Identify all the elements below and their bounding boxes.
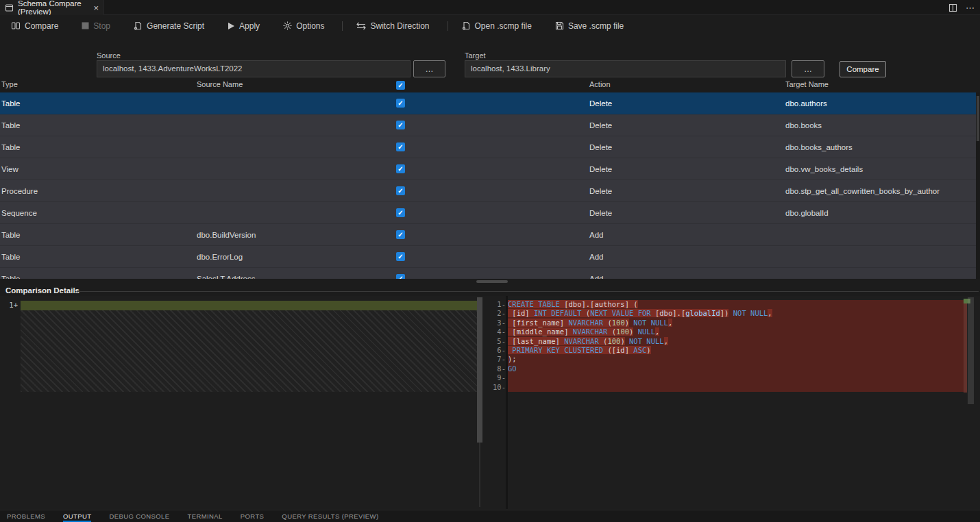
right-editor-scrollbar-thumb[interactable] bbox=[968, 297, 974, 404]
table-row[interactable]: Table✓Deletedbo.books_authors bbox=[0, 136, 976, 158]
target-label: Target bbox=[465, 51, 486, 60]
line-number: 1- bbox=[482, 300, 506, 309]
apply-button[interactable]: Apply bbox=[222, 19, 265, 33]
right-code-area[interactable]: CREATE TABLE [dbo].[authors] ( [id] INT … bbox=[508, 300, 964, 392]
line-number: 6- bbox=[482, 346, 506, 355]
column-header-type[interactable]: Type bbox=[1, 80, 18, 88]
code-token: CREATE TABLE bbox=[508, 300, 564, 308]
row-action: Add bbox=[589, 268, 603, 279]
comparison-details-title: Comparison Details bbox=[5, 286, 79, 295]
save-scmp-button[interactable]: Save .scmp file bbox=[550, 19, 629, 33]
source-input[interactable]: localhost, 1433.AdventureWorksLT2022 bbox=[97, 60, 411, 77]
code-token: [dbo].[authors] ( bbox=[564, 300, 637, 308]
line-number: 10- bbox=[482, 383, 506, 392]
code-line: GO bbox=[508, 364, 964, 373]
row-action: Delete bbox=[589, 136, 612, 158]
script-file-icon bbox=[134, 21, 143, 30]
code-token: ASC bbox=[633, 346, 646, 354]
grid-vertical-scrollbar-thumb[interactable] bbox=[977, 96, 979, 141]
overview-ruler-delete-mark bbox=[964, 303, 967, 393]
grid-body: Table✓Deletedbo.authorsTable✓Deletedbo.b… bbox=[0, 92, 976, 279]
column-header-target-name[interactable]: Target Name bbox=[785, 80, 829, 88]
panel-tab-output[interactable]: OUTPUT bbox=[63, 510, 91, 522]
stop-icon bbox=[82, 22, 89, 29]
header-checkbox[interactable]: ✓ bbox=[396, 81, 405, 90]
panel-tab-ports[interactable]: PORTS bbox=[241, 510, 265, 522]
panel-tab-query-results-preview-[interactable]: QUERY RESULTS (PREVIEW) bbox=[282, 510, 378, 522]
table-row[interactable]: Table✓Deletedbo.books bbox=[0, 114, 976, 136]
code-token: ); bbox=[508, 355, 517, 363]
compare-button[interactable]: Compare bbox=[840, 61, 886, 77]
row-type: Table bbox=[1, 92, 21, 114]
panel-tab-debug-console[interactable]: DEBUG CONSOLE bbox=[109, 510, 169, 522]
row-target-name: dbo.globalId bbox=[785, 202, 829, 224]
column-header-source-name[interactable]: Source Name bbox=[197, 80, 243, 88]
compare-toolbar-button[interactable]: Compare bbox=[5, 19, 64, 33]
split-editor-icon[interactable] bbox=[948, 3, 957, 12]
table-row[interactable]: Procedure✓Deletedbo.stp_get_all_cowritte… bbox=[0, 180, 976, 202]
row-source-name: SalesLT.Address bbox=[197, 268, 255, 279]
options-button[interactable]: Options bbox=[278, 19, 330, 33]
row-action: Delete bbox=[589, 180, 612, 202]
target-browse-button[interactable]: … bbox=[792, 60, 824, 77]
table-row[interactable]: Tabledbo.BuildVersion✓Add bbox=[0, 224, 976, 246]
row-checkbox[interactable]: ✓ bbox=[396, 186, 405, 195]
tab-title: Schema Compare (Preview) bbox=[18, 0, 89, 16]
switch-direction-icon bbox=[356, 22, 366, 30]
row-action: Delete bbox=[589, 202, 612, 224]
left-line-number: 1+ bbox=[0, 301, 18, 309]
line-number: 3- bbox=[482, 319, 506, 327]
row-source-name: dbo.ErrorLog bbox=[197, 246, 243, 268]
line-number: 4- bbox=[482, 327, 506, 336]
diff-added-line[interactable] bbox=[21, 301, 478, 310]
row-type: Sequence bbox=[1, 202, 37, 224]
generate-script-button[interactable]: Generate Script bbox=[128, 19, 210, 33]
bottom-panel-bar: PROBLEMSOUTPUTDEBUG CONSOLETERMINALPORTS… bbox=[0, 510, 980, 522]
code-token: , bbox=[768, 309, 772, 317]
row-checkbox[interactable]: ✓ bbox=[396, 208, 405, 217]
table-row[interactable]: Sequence✓Deletedbo.globalId bbox=[0, 202, 976, 224]
code-token: PRIMARY KEY CLUSTERED bbox=[508, 346, 607, 354]
table-row[interactable]: View✓Deletedbo.vw_books_details bbox=[0, 158, 976, 180]
open-scmp-button[interactable]: Open .scmp file bbox=[456, 19, 537, 33]
grid-horizontal-scrollbar-thumb[interactable] bbox=[476, 280, 508, 283]
row-checkbox[interactable]: ✓ bbox=[396, 164, 405, 173]
save-icon bbox=[555, 21, 564, 30]
source-browse-button[interactable]: … bbox=[413, 60, 445, 77]
code-token: NOT NULL bbox=[625, 337, 664, 345]
left-editor-scrollbar-thumb[interactable] bbox=[477, 297, 482, 443]
code-line: [last_name] NVARCHAR (100) NOT NULL, bbox=[508, 337, 964, 346]
column-header-action[interactable]: Action bbox=[589, 80, 611, 88]
panel-tab-problems[interactable]: PROBLEMS bbox=[7, 510, 45, 522]
code-token: ]) bbox=[720, 309, 729, 317]
stop-button: Stop bbox=[76, 19, 116, 33]
toolbar-separator bbox=[342, 21, 343, 31]
code-token: ([id] bbox=[607, 346, 633, 354]
row-checkbox[interactable]: ✓ bbox=[396, 99, 405, 108]
code-token: 100 bbox=[612, 319, 625, 327]
row-type: Table bbox=[1, 246, 21, 268]
code-token: globalId bbox=[685, 309, 720, 317]
row-checkbox[interactable]: ✓ bbox=[396, 274, 405, 279]
table-row[interactable]: Table✓Deletedbo.authors bbox=[0, 92, 976, 114]
switch-direction-button[interactable]: Switch Direction bbox=[351, 19, 434, 33]
line-number: 7- bbox=[482, 355, 506, 364]
row-action: Delete bbox=[589, 114, 612, 136]
panel-tab-terminal[interactable]: TERMINAL bbox=[188, 510, 223, 522]
row-checkbox[interactable]: ✓ bbox=[396, 142, 405, 151]
tab-schema-compare[interactable]: Schema Compare (Preview) × bbox=[0, 0, 104, 15]
code-token: [last_name] bbox=[508, 337, 564, 345]
gear-icon bbox=[283, 21, 292, 30]
code-token: , bbox=[664, 337, 668, 345]
table-row[interactable]: Tabledbo.ErrorLog✓Add bbox=[0, 246, 976, 268]
row-checkbox[interactable]: ✓ bbox=[396, 252, 405, 261]
row-type: View bbox=[1, 158, 19, 180]
close-icon[interactable]: × bbox=[93, 3, 99, 12]
row-type: Procedure bbox=[1, 180, 38, 202]
table-row[interactable]: TableSalesLT.Address✓Add bbox=[0, 268, 976, 279]
row-checkbox[interactable]: ✓ bbox=[396, 121, 405, 129]
more-actions-icon[interactable]: ⋯ bbox=[966, 3, 975, 13]
row-checkbox[interactable]: ✓ bbox=[396, 230, 405, 239]
code-token: 100 bbox=[607, 337, 620, 345]
target-input[interactable]: localhost, 1433.Library bbox=[465, 60, 786, 77]
